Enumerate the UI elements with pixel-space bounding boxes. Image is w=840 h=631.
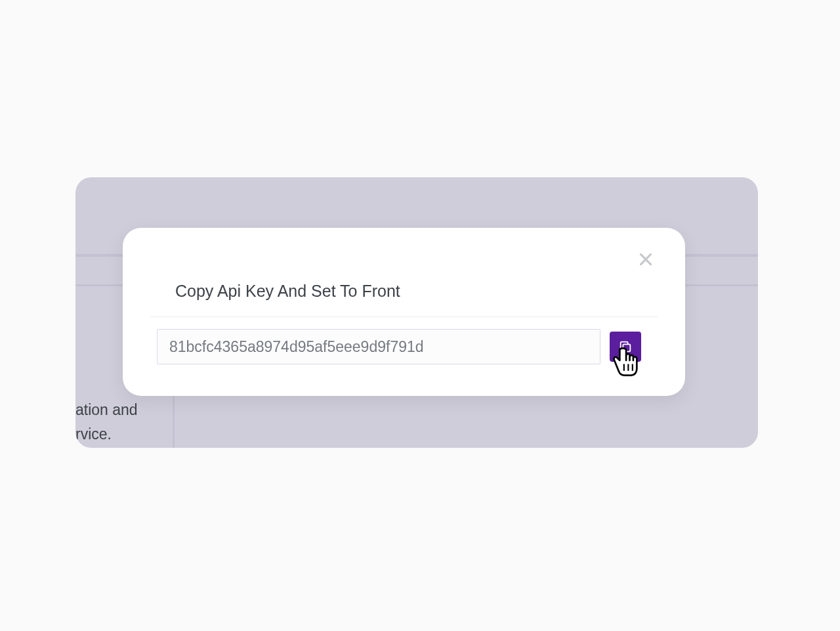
svg-rect-2 xyxy=(623,344,630,351)
modal-title: Copy Api Key And Set To Front xyxy=(175,282,658,301)
api-key-row xyxy=(150,329,658,364)
close-icon xyxy=(637,251,654,268)
api-key-modal: Copy Api Key And Set To Front xyxy=(123,228,685,396)
background-partial-text: ation and rvice. xyxy=(75,398,138,446)
api-key-input[interactable] xyxy=(157,329,600,364)
copy-button[interactable] xyxy=(610,332,641,362)
close-button[interactable] xyxy=(634,248,658,271)
copy-icon xyxy=(618,339,633,354)
modal-divider xyxy=(150,316,658,317)
